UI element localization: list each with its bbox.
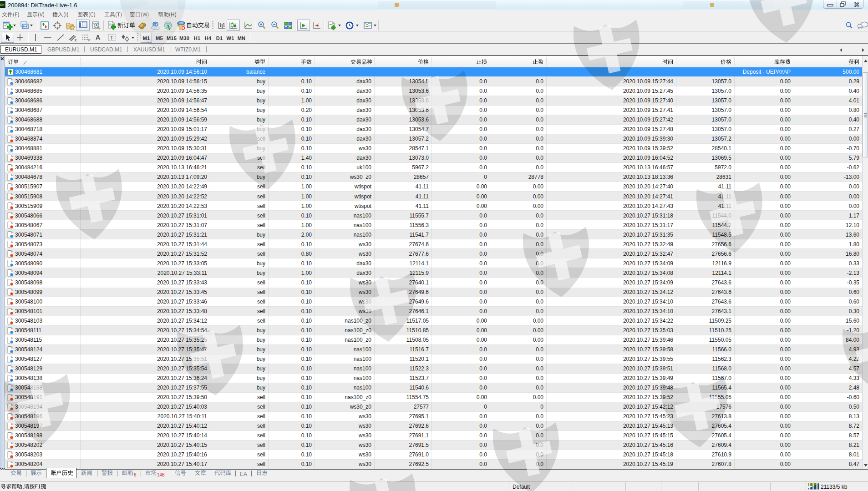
- svg-text:T: T: [110, 35, 113, 40]
- svg-text:E: E: [75, 39, 77, 42]
- svg-text:F: F: [88, 39, 90, 42]
